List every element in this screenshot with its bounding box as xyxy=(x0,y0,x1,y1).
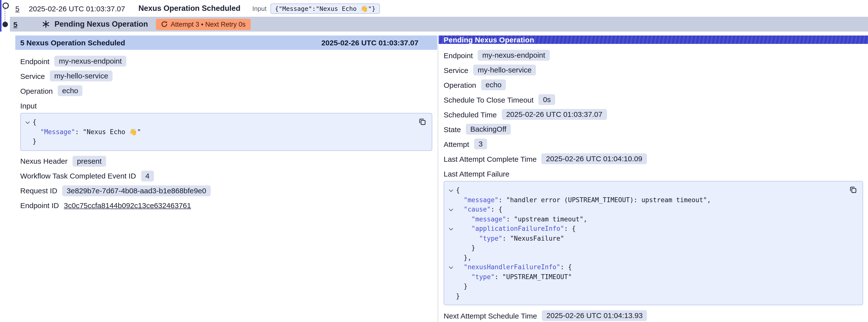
field-operation: Operation echo xyxy=(20,85,432,96)
collapse-caret-icon[interactable] xyxy=(446,224,456,233)
last-attempt-failure-label: Last Attempt Failure xyxy=(444,169,509,178)
code-text: { xyxy=(33,117,36,127)
code-line: "message": "upstream timeout", xyxy=(446,214,858,224)
code-line: }, xyxy=(446,253,858,262)
code-line: } xyxy=(446,291,858,301)
failure-code-lines: { "message": "handler error (UPSTREAM_TI… xyxy=(446,185,858,301)
scheduled-panel-header: 5 Nexus Operation Scheduled 2025-02-26 U… xyxy=(15,35,437,50)
caret-spacer xyxy=(446,272,456,282)
timeline-accent-bar xyxy=(0,0,1,32)
field-request-id: Request ID 3e829b7e-7d67-4b08-aad3-b1e86… xyxy=(20,185,432,196)
field-value-chip: 2025-02-26 UTC 01:03:37.07 xyxy=(502,109,607,120)
field-label: Nexus Header xyxy=(20,157,68,165)
caret-spacer xyxy=(446,282,456,291)
pending-operation-row[interactable]: 5 Pending Nexus Operation Attempt 3 • Ne… xyxy=(10,17,868,32)
field-next-attempt-schedule-time: Next Attempt Schedule Time 2025-02-26 UT… xyxy=(444,310,863,321)
field-service: Service my-hello-service xyxy=(20,70,432,82)
code-line: } xyxy=(446,243,858,253)
pending-asterisk-icon xyxy=(42,20,50,28)
code-text: "message": "upstream timeout", xyxy=(456,214,587,224)
field-label: Scheduled Time xyxy=(444,110,497,119)
caret-spacer xyxy=(446,253,456,262)
code-text: } xyxy=(456,282,468,291)
collapse-caret-icon[interactable] xyxy=(446,205,456,214)
field-label: Next Attempt Schedule Time xyxy=(444,312,537,320)
code-text: } xyxy=(456,243,475,253)
field-label: State xyxy=(444,125,461,133)
field-label: Operation xyxy=(20,87,53,95)
event-summary-row[interactable]: 5 2025-02-26 UTC 01:03:37.07 Nexus Opera… xyxy=(10,0,868,17)
copy-input-button[interactable] xyxy=(417,117,427,127)
caret-spacer xyxy=(446,195,456,205)
field-wft-completed-event-id: Workflow Task Completed Event ID 4 xyxy=(20,170,432,181)
copy-failure-button[interactable] xyxy=(848,185,858,195)
code-text: "Message": "Nexus Echo 👋" xyxy=(33,127,141,137)
field-label: Service xyxy=(444,66,468,74)
scheduled-event-panel: 5 Nexus Operation Scheduled 2025-02-26 U… xyxy=(15,35,437,322)
code-text: "type": "NexusFailure" xyxy=(456,233,564,243)
retry-badge-label: Attempt 3 • Next Retry 0s xyxy=(171,21,246,28)
collapse-caret-icon[interactable] xyxy=(446,185,456,195)
pending-operation-panel: Pending Nexus Operation Endpoint my-nexu… xyxy=(439,35,868,322)
scheduled-panel-body: Endpoint my-nexus-endpoint Service my-he… xyxy=(15,50,437,220)
code-line: { xyxy=(446,185,858,195)
field-label: Endpoint xyxy=(20,57,49,65)
timeline-node-circle-icon xyxy=(2,2,9,9)
caret-spacer xyxy=(446,233,456,243)
collapse-caret-icon[interactable] xyxy=(446,262,456,272)
field-input-section: Input xyxy=(20,100,432,111)
pending-event-id-link[interactable]: 5 xyxy=(13,20,18,28)
code-line: "nexusHandlerFailureInfo": { xyxy=(446,262,858,272)
event-id-link[interactable]: 5 xyxy=(15,4,20,12)
field-value-chip: my-hello-service xyxy=(50,70,113,82)
code-line: } xyxy=(23,137,427,146)
field-label: Workflow Task Completed Event ID xyxy=(20,171,136,180)
app-root: 5 2025-02-26 UTC 01:03:37.07 Nexus Opera… xyxy=(0,0,868,322)
code-line: "message": "handler error (UPSTREAM_TIME… xyxy=(446,195,858,205)
field-value-chip: my-nexus-endpoint xyxy=(54,56,126,67)
field-last-attempt-failure-section: Last Attempt Failure xyxy=(444,168,863,179)
timeline-node-dot-icon xyxy=(2,22,8,27)
code-line: { xyxy=(23,117,427,127)
field-value-chip: echo xyxy=(481,79,506,90)
pending-panel-title: Pending Nexus Operation xyxy=(444,35,534,44)
field-endpoint: Endpoint my-nexus-endpoint xyxy=(20,56,432,67)
pending-title: Pending Nexus Operation xyxy=(55,20,148,29)
field-endpoint-id: Endpoint ID 3c0c75ccfa8144b092c13ce63246… xyxy=(20,200,432,211)
input-preview-chip: {"Message":"Nexus Echo 👋"} xyxy=(271,3,380,13)
code-line: "type": "UPSTREAM_TIMEOUT" xyxy=(446,272,858,282)
field-nexus-header: Nexus Header present xyxy=(20,156,432,166)
event-timestamp: 2025-02-26 UTC 01:03:37.07 xyxy=(29,4,125,12)
code-line: "cause": { xyxy=(446,205,858,214)
code-text: "cause": { xyxy=(456,205,502,214)
caret-spacer xyxy=(446,243,456,253)
code-line: } xyxy=(446,282,858,291)
code-line: "applicationFailureInfo": { xyxy=(446,224,858,233)
code-line: "type": "NexusFailure" xyxy=(446,233,858,243)
field-scheduled-time: Scheduled Time 2025-02-26 UTC 01:03:37.0… xyxy=(444,109,863,120)
field-value-chip: 2025-02-26 UTC 01:04:13.93 xyxy=(542,310,647,321)
input-code-lines: { "Message": "Nexus Echo 👋"} xyxy=(23,117,427,146)
code-text: "message": "handler error (UPSTREAM_TIME… xyxy=(456,195,711,205)
field-service: Service my-hello-service xyxy=(444,65,863,75)
field-value-chip: my-hello-service xyxy=(473,65,536,75)
field-value-chip: BackingOff xyxy=(466,124,511,135)
collapse-caret-icon[interactable] xyxy=(23,117,33,127)
field-value-chip: echo xyxy=(58,85,83,96)
endpoint-id-link[interactable]: 3c0c75ccfa8144b092c13ce632463761 xyxy=(64,201,191,210)
retry-attempt-badge: Attempt 3 • Next Retry 0s xyxy=(156,19,251,30)
caret-spacer xyxy=(446,214,456,224)
pending-panel-body: Endpoint my-nexus-endpoint Service my-he… xyxy=(439,44,868,322)
failure-code-block: { "message": "handler error (UPSTREAM_TI… xyxy=(444,181,863,305)
field-operation: Operation echo xyxy=(444,79,863,90)
field-value-chip: my-nexus-endpoint xyxy=(478,50,550,61)
code-text: }, xyxy=(456,253,471,262)
field-endpoint: Endpoint my-nexus-endpoint xyxy=(444,50,863,61)
code-text: } xyxy=(33,137,36,146)
caret-spacer xyxy=(446,291,456,301)
field-label: Attempt xyxy=(444,140,469,148)
scheduled-panel-timestamp: 2025-02-26 UTC 01:03:37.07 xyxy=(321,38,432,47)
scheduled-panel-title: 5 Nexus Operation Scheduled xyxy=(20,38,125,47)
field-value-chip: 4 xyxy=(141,170,154,181)
field-label: Schedule To Close Timeout xyxy=(444,95,534,104)
